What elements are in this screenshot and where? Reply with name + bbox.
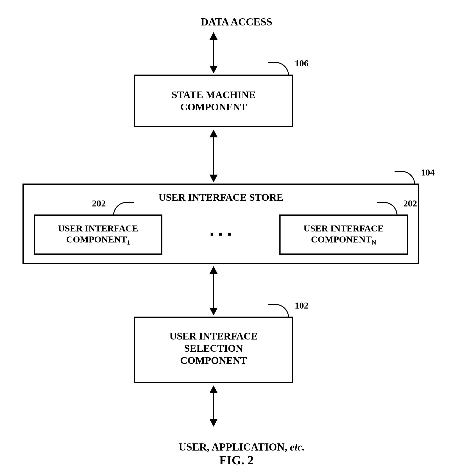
selection-line2: SELECTION xyxy=(184,343,243,354)
ui-component-1-text: USER INTERFACE COMPONENT1 xyxy=(35,223,161,246)
selection-text: USER INTERFACE SELECTION COMPONENT xyxy=(135,330,292,367)
state-machine-text: STATE MACHINE COMPONENT xyxy=(135,89,292,113)
arrow-shaft-1 xyxy=(213,39,214,67)
arrowhead-down-4 xyxy=(209,419,218,427)
ref-106: 106 xyxy=(295,58,308,68)
ui-component-1-line2: COMPONENT1 xyxy=(66,234,130,245)
ref-104: 104 xyxy=(421,167,435,178)
arrowhead-down-2 xyxy=(209,175,218,182)
leader-106 xyxy=(268,62,289,76)
ref-202-right: 202 xyxy=(403,198,417,209)
arrow-shaft-4 xyxy=(213,392,214,420)
ui-store-box: USER INTERFACE STORE USER INTERFACE COMP… xyxy=(22,184,419,264)
arrowhead-down-1 xyxy=(209,66,218,73)
figure-caption: FIG. 2 xyxy=(0,453,473,467)
leader-202-right xyxy=(377,202,398,216)
ui-component-1-sub: 1 xyxy=(127,239,130,246)
diagram-canvas: DATA ACCESS STATE MACHINE COMPONENT 106 … xyxy=(0,0,473,476)
leader-104 xyxy=(395,171,415,185)
ui-component-n-line2: COMPONENTN xyxy=(311,234,376,245)
arrowhead-down-3 xyxy=(209,308,218,315)
leader-102 xyxy=(268,304,289,318)
ui-store-title: USER INTERFACE STORE xyxy=(24,191,418,204)
ui-component-n-prefix: COMPONENT xyxy=(311,234,372,245)
ui-component-1-prefix: COMPONENT xyxy=(66,234,127,245)
selection-box: USER INTERFACE SELECTION COMPONENT xyxy=(134,317,293,383)
ui-component-1-line1: USER INTERFACE xyxy=(58,223,138,234)
arrowhead-up-4 xyxy=(209,385,218,393)
ui-component-n-line1: USER INTERFACE xyxy=(304,223,384,234)
state-machine-line1: STATE MACHINE xyxy=(171,89,255,101)
arrow-shaft-3 xyxy=(213,273,214,308)
ui-component-n-box: USER INTERFACE COMPONENTN xyxy=(279,215,408,255)
ui-component-n-text: USER INTERFACE COMPONENTN xyxy=(281,223,407,246)
ref-202-left: 202 xyxy=(92,198,106,209)
arrowhead-up-3 xyxy=(209,266,218,274)
state-machine-box: STATE MACHINE COMPONENT xyxy=(134,75,293,127)
selection-line3: COMPONENT xyxy=(180,355,247,366)
leader-202-left xyxy=(113,202,134,216)
arrowhead-up-1 xyxy=(209,32,218,40)
arrow-shaft-2 xyxy=(213,136,214,175)
arrowhead-up-2 xyxy=(209,130,218,137)
data-access-label: DATA ACCESS xyxy=(0,16,473,28)
ui-component-1-box: USER INTERFACE COMPONENT1 xyxy=(34,215,162,255)
ui-component-n-sub: N xyxy=(372,239,376,246)
state-machine-line2: COMPONENT xyxy=(180,102,247,113)
selection-line1: USER INTERFACE xyxy=(169,331,258,342)
user-application-etc: etc. xyxy=(290,441,305,453)
ellipsis-icon xyxy=(211,233,231,236)
user-application-plain: USER, APPLICATION, xyxy=(179,441,290,453)
ref-102: 102 xyxy=(295,300,308,311)
